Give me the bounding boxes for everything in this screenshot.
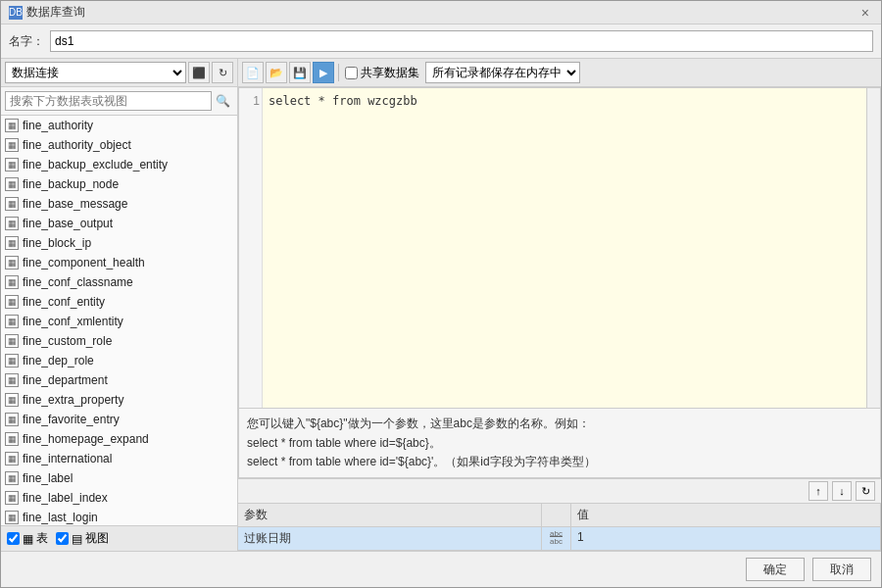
search-row: 🔍 bbox=[1, 87, 237, 116]
hint-area: 您可以键入"${abc}"做为一个参数，这里abc是参数的名称。例如： sele… bbox=[238, 409, 881, 478]
table-item-icon: ▦ bbox=[5, 491, 19, 505]
table-item-icon: ▦ bbox=[5, 197, 19, 211]
table-item[interactable]: ▦ fine_conf_xmlentity bbox=[1, 312, 237, 331]
table-item[interactable]: ▦ fine_authority bbox=[1, 116, 237, 135]
table-item-label: fine_label bbox=[23, 471, 73, 485]
table-item-label: fine_backup_exclude_entity bbox=[23, 158, 168, 172]
params-up-button[interactable]: ↑ bbox=[808, 481, 828, 501]
table-item-icon: ▦ bbox=[5, 354, 19, 368]
table-item[interactable]: ▦ fine_label bbox=[1, 468, 237, 488]
dialog: DB 数据库查询 × 名字： 数据连接 ⬛ ↻ 🔍 bbox=[0, 0, 882, 588]
left-toolbar: 数据连接 ⬛ ↻ bbox=[1, 59, 237, 87]
hint-line-2: select * from table where id=${abc}。 bbox=[247, 434, 872, 453]
title-bar: DB 数据库查询 × bbox=[1, 1, 881, 24]
view-check-group: ▤ 视图 bbox=[56, 530, 109, 547]
table-item-icon: ▦ bbox=[5, 177, 19, 191]
main-content: 数据连接 ⬛ ↻ 🔍 ▦ fine_authority ▦ fine_autho… bbox=[1, 58, 881, 551]
table-item[interactable]: ▦ fine_dep_role bbox=[1, 351, 237, 370]
params-refresh-button[interactable]: ↻ bbox=[856, 481, 875, 501]
table-item[interactable]: ▦ fine_component_health bbox=[1, 253, 237, 272]
table-item[interactable]: ▦ fine_custom_role bbox=[1, 331, 237, 351]
save-button[interactable]: 💾 bbox=[289, 62, 311, 83]
search-button[interactable]: 🔍 bbox=[212, 90, 233, 112]
table-item-label: fine_base_message bbox=[23, 197, 127, 211]
params-col-header-value: 值 bbox=[571, 504, 881, 526]
sql-scrollbar[interactable] bbox=[866, 88, 880, 408]
table-item-icon: ▦ bbox=[5, 334, 19, 348]
confirm-button[interactable]: 确定 bbox=[746, 558, 805, 581]
cancel-button[interactable]: 取消 bbox=[812, 558, 871, 581]
connection-select[interactable]: 数据连接 bbox=[5, 62, 186, 83]
table-item-icon: ▦ bbox=[5, 413, 19, 426]
table-item[interactable]: ▦ fine_base_output bbox=[1, 214, 237, 233]
table-item[interactable]: ▦ fine_conf_entity bbox=[1, 292, 237, 312]
title-bar-left: DB 数据库查询 bbox=[9, 4, 85, 21]
view-checkbox[interactable] bbox=[56, 532, 69, 545]
new-button[interactable]: 📄 bbox=[242, 62, 264, 83]
table-item[interactable]: ▦ fine_label_index bbox=[1, 488, 237, 508]
table-view-icon: ▦ bbox=[23, 532, 33, 546]
table-checkbox[interactable] bbox=[7, 532, 20, 545]
hint-line-1: 您可以键入"${abc}"做为一个参数，这里abc是参数的名称。例如： bbox=[247, 415, 872, 433]
table-item-label: fine_custom_role bbox=[23, 334, 112, 348]
sql-line-numbers: 1 bbox=[239, 88, 263, 408]
params-cell-type-0: abc abc bbox=[542, 527, 571, 550]
sql-content[interactable]: select * from wzcgzbb bbox=[263, 88, 866, 408]
params-cell-val-0: 1 bbox=[571, 527, 881, 550]
left-panel: 数据连接 ⬛ ↻ 🔍 ▦ fine_authority ▦ fine_autho… bbox=[1, 59, 238, 551]
run-button[interactable]: ▶ bbox=[313, 62, 334, 83]
table-item-icon: ▦ bbox=[5, 217, 19, 230]
name-input[interactable] bbox=[50, 30, 873, 52]
shared-label: 共享数据集 bbox=[361, 65, 419, 81]
sql-editor-area: 1 select * from wzcgzbb bbox=[238, 87, 881, 409]
table-item-label: fine_block_ip bbox=[23, 236, 91, 250]
params-toolbar: ↑ ↓ ↻ bbox=[238, 479, 881, 504]
table-item-label: fine_dep_role bbox=[23, 354, 94, 368]
params-table: 参数 值 过账日期 abc abc 1 bbox=[238, 504, 881, 551]
table-item[interactable]: ▦ fine_favorite_entry bbox=[1, 410, 237, 429]
sql-line-1[interactable]: select * from wzcgzbb bbox=[269, 92, 860, 110]
table-item[interactable]: ▦ fine_homepage_expand bbox=[1, 429, 237, 449]
toolbar-separator bbox=[338, 64, 339, 81]
table-item[interactable]: ▦ fine_block_ip bbox=[1, 233, 237, 253]
table-item-label: fine_backup_node bbox=[23, 177, 119, 191]
table-item-label: fine_conf_classname bbox=[23, 275, 133, 289]
search-input[interactable] bbox=[5, 91, 212, 111]
table-item[interactable]: ▦ fine_base_message bbox=[1, 194, 237, 214]
table-item[interactable]: ▦ fine_extra_property bbox=[1, 390, 237, 410]
memory-select[interactable]: 所有记录都保存在内存中 bbox=[425, 62, 580, 83]
table-item[interactable]: ▦ fine_last_login bbox=[1, 508, 237, 525]
table-item-label: fine_extra_property bbox=[23, 393, 123, 407]
table-item-label: fine_conf_entity bbox=[23, 295, 105, 309]
close-button[interactable]: × bbox=[858, 5, 873, 21]
hint-line-3: select * from table where id='${abc}'。（如… bbox=[247, 453, 872, 471]
shared-checkbox[interactable] bbox=[345, 67, 358, 79]
table-label: 表 bbox=[36, 530, 48, 547]
table-item-label: fine_authority_object bbox=[23, 138, 131, 152]
table-item-label: fine_international bbox=[23, 452, 112, 466]
table-item[interactable]: ▦ fine_department bbox=[1, 370, 237, 390]
expand-button[interactable]: ⬛ bbox=[188, 62, 210, 83]
table-item[interactable]: ▦ fine_international bbox=[1, 449, 237, 468]
params-area: ↑ ↓ ↻ 参数 值 过账日期 abc abc bbox=[238, 478, 881, 551]
dialog-footer: 确定 取消 bbox=[1, 551, 881, 587]
name-label: 名字： bbox=[9, 33, 44, 50]
table-item[interactable]: ▦ fine_backup_exclude_entity bbox=[1, 155, 237, 174]
table-item-icon: ▦ bbox=[5, 452, 19, 466]
table-item[interactable]: ▦ fine_conf_classname bbox=[1, 272, 237, 292]
open-button[interactable]: 📂 bbox=[266, 62, 287, 83]
right-panel: 📄 📂 💾 ▶ 共享数据集 所有记录都保存在内存中 1 bbox=[238, 59, 881, 551]
table-item-label: fine_label_index bbox=[23, 491, 108, 505]
params-down-button[interactable]: ↓ bbox=[832, 481, 852, 501]
table-item-icon: ▦ bbox=[5, 471, 19, 485]
table-item-label: fine_favorite_entry bbox=[23, 413, 120, 426]
table-item[interactable]: ▦ fine_backup_node bbox=[1, 174, 237, 194]
table-item-label: fine_department bbox=[23, 373, 108, 387]
params-col-header-name: 参数 bbox=[238, 504, 542, 526]
refresh-button[interactable]: ↻ bbox=[212, 62, 233, 83]
left-footer: ▦ 表 ▤ 视图 bbox=[1, 525, 237, 551]
table-item[interactable]: ▦ fine_authority_object bbox=[1, 135, 237, 155]
table-item-icon: ▦ bbox=[5, 432, 19, 446]
table-item-icon: ▦ bbox=[5, 393, 19, 407]
table-item-icon: ▦ bbox=[5, 119, 19, 132]
